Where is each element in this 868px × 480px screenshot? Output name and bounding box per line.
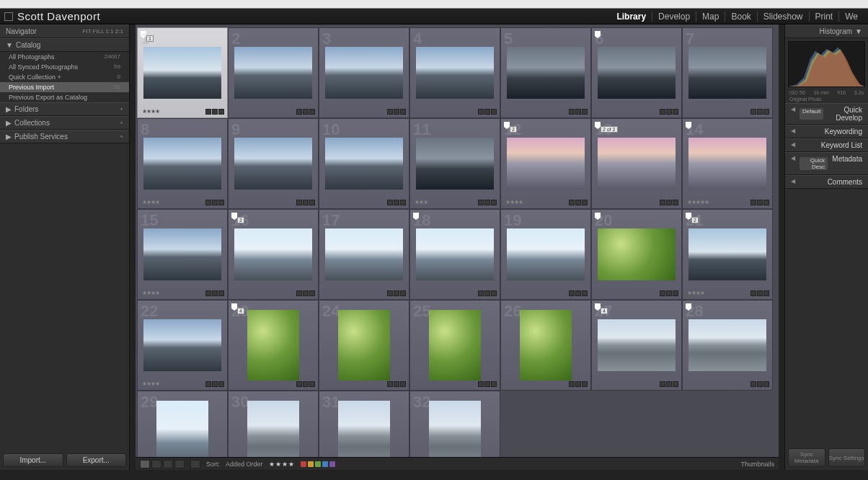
thumb-badges — [750, 290, 769, 296]
thumbnail-cell[interactable]: 4 — [409, 27, 500, 118]
folders-header[interactable]: ▶ Folders + — [0, 102, 129, 116]
rating-stars[interactable]: ★★★★ — [505, 199, 523, 205]
thumbnail-cell[interactable]: 122★★★★ — [500, 118, 591, 209]
histogram-header[interactable]: Histogram ▼ — [785, 25, 868, 38]
thumbnail-cell[interactable]: 26 — [500, 300, 591, 391]
module-book[interactable]: Book — [725, 12, 756, 22]
preset-pill[interactable]: Quick Desc — [800, 157, 828, 170]
loupe-view-button[interactable] — [151, 460, 161, 468]
thumbnail-cell[interactable]: 8★★★★ — [137, 118, 228, 209]
thumbnail-cell[interactable]: 18 — [409, 209, 500, 300]
grid-view-button[interactable] — [140, 460, 150, 468]
rating-stars[interactable]: ★★★★ — [142, 381, 159, 387]
thumbnail-cell[interactable]: 14★★★★★ — [682, 118, 773, 209]
thumbnail-image — [688, 138, 766, 190]
color-dot[interactable] — [322, 461, 328, 467]
thumbnail-cell[interactable]: 6 — [591, 27, 682, 118]
sync-settings-button[interactable]: Sync Settings — [828, 448, 866, 467]
stack-badge[interactable]: 2 — [510, 126, 517, 133]
color-dot[interactable] — [329, 461, 335, 467]
histogram[interactable] — [788, 41, 865, 87]
thumbnail-cell[interactable]: 274 — [591, 300, 682, 391]
collections-header[interactable]: ▶ Collections + — [0, 116, 129, 130]
module-print[interactable]: Print — [809, 12, 839, 22]
rating-filter[interactable]: ★★★★ — [269, 461, 295, 468]
catalog-header[interactable]: ▼ Catalog — [0, 38, 129, 52]
thumbnail-cell[interactable]: 7 — [682, 27, 773, 118]
color-dot[interactable] — [315, 461, 321, 467]
module-map[interactable]: Map — [696, 12, 725, 22]
thumbnail-cell[interactable]: 234 — [228, 300, 319, 391]
stack-badge[interactable]: 4 — [237, 308, 244, 314]
rating-stars[interactable]: ★★★★ — [142, 290, 159, 296]
thumbnail-cell[interactable]: 162 — [228, 209, 319, 300]
rating-stars[interactable]: ★★★★ — [142, 108, 159, 115]
thumbnail-image — [156, 401, 208, 457]
stack-badge[interactable]: 1 — [146, 35, 154, 42]
thumbnail-cell[interactable]: 3 — [319, 27, 409, 118]
left-panel-edge[interactable] — [130, 25, 136, 470]
color-dot[interactable] — [301, 461, 306, 467]
catalog-item[interactable]: All Photographs24667 — [0, 52, 129, 62]
color-label-filter[interactable] — [301, 461, 335, 467]
navigator-modes[interactable]: FIT FILL 1:1 2:1 — [83, 28, 123, 35]
stack-badge[interactable]: 2 — [237, 217, 244, 223]
module-develop[interactable]: Develop — [652, 12, 696, 22]
rating-stars[interactable]: ★★★★ — [687, 290, 704, 296]
catalog-list: All Photographs24667All Synced Photograp… — [0, 52, 129, 102]
publish-header[interactable]: ▶ Publish Services + — [0, 130, 129, 143]
sort-value[interactable]: Added Order — [226, 461, 263, 468]
thumbnail-image — [598, 228, 676, 280]
rating-stars[interactable]: ★★★ — [415, 199, 428, 205]
thumbnail-cell[interactable]: 11★★★ — [409, 118, 500, 209]
survey-view-button[interactable] — [174, 460, 185, 468]
catalog-item[interactable]: All Synced Photographs59 — [0, 62, 129, 72]
navigator-header[interactable]: Navigator FIT FILL 1:1 2:1 — [0, 25, 129, 38]
thumbnail-cell[interactable]: 19 — [500, 209, 591, 300]
right-panel-quick-develop[interactable]: ◀DefaultQuick Develop — [785, 103, 868, 125]
stack-badge[interactable]: 4 — [601, 308, 608, 314]
rating-stars[interactable]: ★★★★★ — [687, 199, 709, 205]
thumbnail-cell[interactable]: 22★★★★ — [137, 300, 228, 391]
module-we[interactable]: We — [838, 12, 864, 22]
cell-index: 31 — [322, 393, 340, 412]
thumbnail-cell[interactable]: 212★★★★ — [682, 209, 773, 300]
thumbnail-cell[interactable]: 31 — [319, 391, 409, 457]
thumbnail-cell[interactable]: 24 — [319, 300, 409, 391]
module-slideshow[interactable]: Slideshow — [757, 12, 809, 22]
thumbnail-cell[interactable]: 17 — [319, 209, 409, 300]
right-panel-metadata[interactable]: ◀Quick DescMetadata — [785, 152, 868, 175]
color-dot[interactable] — [308, 461, 314, 467]
painter-button[interactable] — [190, 460, 200, 468]
catalog-item[interactable]: Quick Collection +0 — [0, 72, 129, 82]
rating-stars[interactable]: ★★★★ — [142, 199, 159, 205]
thumbnail-cell[interactable]: 5 — [500, 27, 591, 118]
thumbnail-cell[interactable]: 9 — [228, 118, 319, 209]
export-button[interactable]: Export... — [66, 453, 127, 467]
thumbnail-cell[interactable]: 20 — [591, 209, 682, 300]
thumbnail-cell[interactable]: 132 of 2 — [591, 118, 682, 209]
right-panel-keywording[interactable]: ◀Keywording — [785, 125, 868, 138]
right-panel-comments[interactable]: ◀Comments — [785, 175, 868, 189]
compare-view-button[interactable] — [163, 460, 173, 468]
right-panel-keyword-list[interactable]: ◀Keyword List — [785, 138, 868, 152]
thumbnail-cell[interactable]: 29 — [137, 391, 228, 457]
thumb-badges — [750, 109, 769, 115]
sync-metadata-button[interactable]: Sync Metadata — [788, 448, 825, 467]
catalog-item[interactable]: Previous Import32 — [0, 82, 129, 92]
thumbnail-cell[interactable]: 30 — [228, 391, 319, 457]
stack-badge[interactable]: 2 — [691, 217, 699, 223]
right-panel-edge[interactable] — [779, 25, 784, 470]
thumbnail-cell[interactable]: 28 — [682, 300, 773, 391]
thumbnail-cell[interactable]: 25 — [409, 300, 500, 391]
preset-pill[interactable]: Default — [800, 108, 823, 120]
catalog-item[interactable]: Previous Export as Catalog — [0, 92, 129, 102]
import-button[interactable]: Import... — [3, 453, 63, 467]
thumbnail-cell[interactable]: 15★★★★ — [137, 209, 228, 300]
stack-badge[interactable]: 2 of 2 — [601, 126, 618, 133]
thumbnail-cell[interactable]: 32 — [409, 391, 500, 457]
thumbnail-cell[interactable]: 11★★★★ — [137, 27, 228, 118]
thumbnail-cell[interactable]: 10 — [319, 118, 409, 209]
module-library[interactable]: Library — [611, 12, 652, 22]
thumbnail-cell[interactable]: 2 — [228, 27, 319, 118]
